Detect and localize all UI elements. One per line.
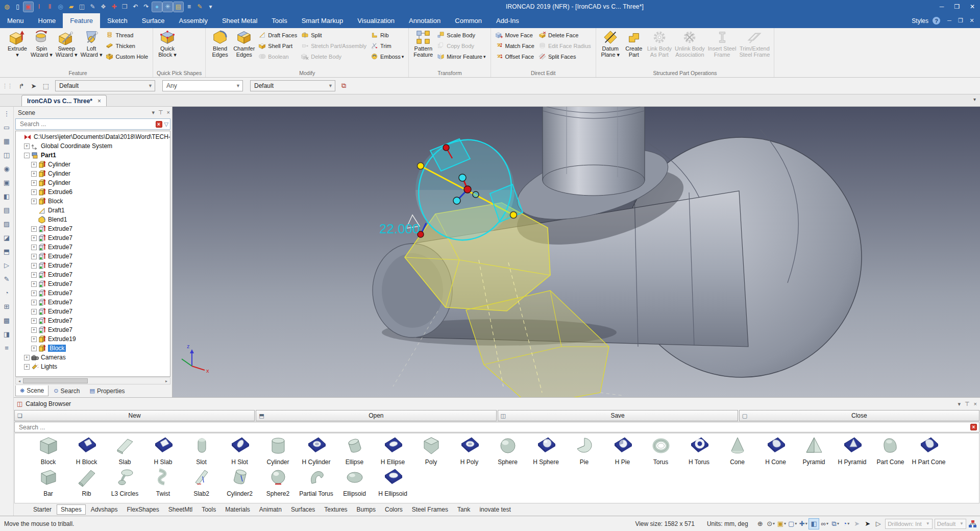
assembly-structure-icon[interactable] [968,520,977,528]
catalog-tab-inovate-test[interactable]: inovate test [475,504,514,515]
tree-item-extrude7[interactable]: +Extrude7 [17,224,170,233]
markup-pencil-icon[interactable]: ✎ [2,274,12,283]
tree-expander-icon[interactable]: + [31,281,37,287]
new-drawing-icon[interactable]: Ⅰ [34,2,44,12]
tree-item-extrude7[interactable]: +Extrude7 [17,252,170,261]
texture-icon[interactable]: ◪ [2,233,12,242]
mirror-feature-button[interactable]: Mirror Feature▾ [436,51,486,62]
tab-list-chevron-icon[interactable]: ▾ [973,96,976,102]
catalog-shape-rib[interactable]: Rib [67,467,106,497]
catalog-shape-slot[interactable]: Slot [182,436,220,466]
catalog-save-button[interactable]: ◫Save [498,410,738,421]
layers-icon[interactable]: ▤ [2,205,12,214]
view-window-icon[interactable]: ◫ [2,150,12,159]
catalog-shape-block[interactable]: Block [29,436,67,466]
catalog-tab-textures[interactable]: Textures [320,504,351,515]
triball-axis-handle[interactable] [418,163,424,170]
tree-item-extrude6[interactable]: +Extrude6 [17,187,170,197]
tree-expander-icon[interactable]: + [31,162,37,167]
tab-common[interactable]: Common [448,13,489,28]
catalog-shape-h-ellipsoid[interactable]: H Ellipsoid [374,467,412,497]
select-cursor-icon[interactable]: ➤ [28,80,40,91]
catalog-shape-h-cylinder[interactable]: H Cylinder [297,436,335,466]
decal-icon[interactable]: ⬒ [2,247,12,256]
tab-add-ins[interactable]: Add-Ins [489,13,526,28]
new-scene-icon[interactable]: ▣ [23,2,33,12]
catalog-stack-icon[interactable]: ▤ [174,2,183,12]
styles-label[interactable]: Styles [912,17,928,25]
tree-expander-icon[interactable]: + [31,189,37,195]
catalog-tab-bumps[interactable]: Bumps [353,504,380,515]
catalog-shape-sphere[interactable]: Sphere [488,436,527,466]
viewport-3d[interactable]: 22.000 z x [173,107,980,397]
document-tab[interactable]: IronCAD vs C... Three* × [21,95,107,106]
catalog-tab-materials[interactable]: Materials [221,504,254,515]
catalog-tab-advshaps[interactable]: Advshaps [87,504,122,515]
box-select-icon[interactable]: ⬚ [40,80,52,91]
tree-item-extrude7[interactable]: +Extrude7 [17,288,170,298]
split-faces-button[interactable]: Split Faces [537,51,592,62]
tab-tools[interactable]: Tools [264,13,294,28]
pin-icon[interactable]: ⊤ [965,401,970,407]
create-part-button[interactable]: CreatePart [622,29,646,58]
offset-face-button[interactable]: Offset Face [495,51,535,62]
catalog-shape-h-pyramid[interactable]: H Pyramid [833,436,871,466]
catalog-shape-poly[interactable]: Poly [412,436,450,466]
catalog-tab-sheetmtl[interactable]: SheetMtl [164,504,197,515]
catalog-shape-l3-circles[interactable]: L3 Circles [106,467,144,497]
tree-expander-icon[interactable]: + [31,327,37,333]
catalog-shape-cylinder[interactable]: Cylinder [259,436,297,466]
tree-item-extrude7[interactable]: +Extrude7 [17,270,170,279]
animation-icon[interactable]: ▷ [2,260,12,270]
tab-assembly[interactable]: Assembly [172,13,215,28]
drag-handle-icon[interactable]: ⋮ [2,109,12,118]
catalog-shape-h-torus[interactable]: H Torus [680,436,718,466]
drilldown-dropdown[interactable]: Drilldown: Int▼ [885,519,932,529]
open-icon[interactable]: ▰ [66,2,76,12]
tree-item-global-coordinate-sy[interactable]: +Global Coordinate System [17,141,170,151]
catalog-shape-twist[interactable]: Twist [144,467,182,497]
tree-expander-icon[interactable]: + [31,300,37,305]
surface-mode-icon[interactable]: ◔▾ [841,519,851,529]
tree-expander-icon[interactable]: + [31,263,37,269]
catalog-tab-tools[interactable]: Tools [198,504,220,515]
move-face-button[interactable]: Move Face [495,30,535,40]
catalog-tab-colors[interactable]: Colors [381,504,407,515]
emboss-button[interactable]: Emboss▾ [370,51,405,62]
chamfer-edges-button[interactable]: ChamferEdges [232,29,256,58]
catalog-shape-bar[interactable]: Bar [29,467,67,497]
tree-expander-icon[interactable]: + [31,199,37,204]
sweep-wizard-button[interactable]: SweepWizard ▾ [54,29,79,58]
help-icon[interactable]: ? [933,17,940,25]
render-view-icon[interactable]: ▣ [2,178,12,187]
copy-shapes-icon[interactable]: ❒ [120,2,130,12]
triball-center-handle[interactable] [464,186,471,193]
spin-wizard-button[interactable]: SpinWizard ▾ [29,29,54,58]
catalog-tab-starter[interactable]: Starter [29,504,56,515]
split-button[interactable]: Split [300,30,368,40]
edit-sheet-icon[interactable]: ✎ [88,2,97,12]
pattern-panel-icon[interactable]: ▩ [2,316,12,325]
doc-close-button[interactable]: ✕ [967,17,977,24]
catalog-tab-steel-frames[interactable]: Steel Frames [408,504,452,515]
custom-hole-button[interactable]: Custom Hole [105,51,149,62]
catalog-shape-h-block[interactable]: H Block [67,436,106,466]
minimize-button[interactable]: ─ [934,1,949,13]
maximize-button[interactable]: ❒ [949,1,965,13]
smart-snap-icon[interactable]: ✳ [163,2,173,12]
catalog-shape-h-part-cone[interactable]: H Part Cone [910,436,948,466]
scene-tab-scene[interactable]: ❋Scene [15,385,48,396]
add-shape-icon[interactable]: ✚ [109,2,119,12]
list-panel-icon[interactable]: ≡ [2,343,12,352]
tree-item-lights[interactable]: +Lights [17,362,170,371]
zoom-window-icon[interactable]: ⊕ [755,519,765,529]
tree-item-extrude7[interactable]: +Extrude7 [17,325,170,334]
catalog-shape-ellipsoid[interactable]: Ellipsoid [335,467,374,497]
material-icon[interactable]: ▨ [2,219,12,228]
thicken-button[interactable]: Thicken [105,40,149,51]
tree-list-icon[interactable]: ≡ [184,2,194,12]
structure-tree-icon[interactable]: ⧉ [341,82,346,90]
panel-close-icon[interactable]: × [167,109,170,116]
select-shapes-icon[interactable]: ↱ [15,80,28,91]
tree-expander-icon[interactable]: + [31,291,37,296]
